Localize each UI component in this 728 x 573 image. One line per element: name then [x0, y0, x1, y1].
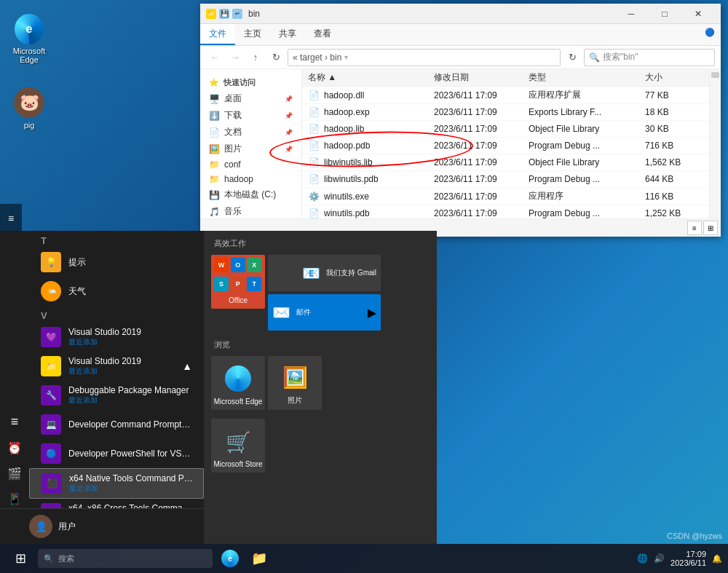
taskbar-search-text: 搜索: [58, 553, 74, 564]
col-size[interactable]: 大小: [645, 71, 703, 84]
start-menu-right: 高效工作 W O X S P T Office: [204, 231, 437, 544]
tile-photos[interactable]: 🖼️ 照片: [268, 356, 322, 410]
tile-edge[interactable]: Microsoft Edge: [211, 356, 265, 410]
scroll-thumb[interactable]: [711, 72, 719, 78]
taskbar-sound-icon: 🔊: [654, 553, 665, 564]
gmail-mail-tiles: 📧 我们支持 Gmail ✉️ 邮件 ▶: [268, 255, 381, 331]
title-save-icon: 💾: [219, 9, 229, 19]
ribbon-tab-share[interactable]: 共享: [270, 24, 305, 45]
start-item-dpm[interactable]: 🔧 Debuggable Package Manager 最近添加: [29, 381, 204, 410]
taskbar: ⊞ 🔍 搜索 e 📁 🌐 🔊 17:09 2023/6/11 🔔: [0, 544, 728, 573]
office-skype-icon: S: [214, 277, 229, 291]
store-section: 🛒 Microsoft Store: [211, 419, 430, 473]
tile-mail[interactable]: ✉️ 邮件 ▶: [268, 294, 381, 331]
file-icon: 📄: [308, 123, 320, 135]
clock-app-icon[interactable]: ⏰: [7, 441, 22, 455]
browse-tiles: Microsoft Edge 🖼️ 照片: [211, 356, 430, 410]
tile-store[interactable]: 🛒 Microsoft Store: [211, 419, 265, 473]
browse-section: 浏览 Microsoft Edge 🖼️ 照片: [211, 339, 430, 410]
photos-icon: 🖼️: [282, 365, 308, 390]
user-area[interactable]: 👤 用户: [0, 508, 204, 544]
expand-icon[interactable]: ▲: [182, 360, 192, 372]
address-refresh-button[interactable]: ↻: [563, 49, 581, 66]
office-pp-icon: P: [231, 277, 245, 291]
sidebar-item-desktop[interactable]: 🖥️桌面📌: [200, 90, 301, 107]
tile-mail-label: 邮件: [296, 307, 311, 317]
help-icon[interactable]: 🔵: [699, 24, 721, 45]
taskbar-search-icon: 🔍: [44, 554, 54, 564]
left-icon-strip: ≡ ⏰ 🎬 📱: [0, 406, 29, 515]
scrollbar[interactable]: [709, 69, 721, 218]
maximize-button[interactable]: □: [648, 4, 681, 24]
username: 用户: [58, 521, 76, 533]
file-row[interactable]: 📄hadoop.exp 2023/6/11 17:09 Exports Libr…: [302, 104, 709, 121]
tips-icon: 💡: [41, 252, 61, 272]
up-button[interactable]: ↑: [247, 49, 264, 66]
start-item-devps[interactable]: 🔵 Developer PowerShell for VS 2019: [29, 439, 204, 468]
file-row[interactable]: 📄hadoop.lib 2023/6/11 17:09 Object File …: [302, 121, 709, 138]
ribbon-tab-home[interactable]: 主页: [235, 24, 270, 45]
col-type[interactable]: 类型: [529, 71, 645, 84]
taskbar-edge-icon: e: [221, 550, 239, 567]
notification-icon[interactable]: 🔔: [712, 554, 722, 564]
view-grid-button[interactable]: ⊞: [703, 221, 718, 235]
phone-app-icon[interactable]: 📱: [7, 492, 22, 506]
taskbar-edge[interactable]: e: [218, 547, 242, 570]
forward-button[interactable]: →: [226, 49, 244, 66]
ribbon-tab-file[interactable]: 文件: [200, 24, 235, 45]
file-row[interactable]: 📄hadoop.pdb 2023/6/11 17:09 Program Debu…: [302, 138, 709, 154]
search-bar[interactable]: 🔍 搜索"bin": [584, 49, 715, 66]
toolbar: ← → ↑ ↻ « target › bin ▾ ↻ 🔍 搜索"bin": [200, 46, 721, 69]
ribbon-tab-view[interactable]: 查看: [305, 24, 340, 45]
video-app-icon[interactable]: 🎬: [7, 467, 22, 481]
start-item-vs2019-2[interactable]: 📁 Visual Studio 2019 最近添加 ▲: [29, 352, 204, 381]
hamburger-icon[interactable]: ≡: [11, 414, 19, 430]
desktop-icon-edge[interactable]: e MicrosoftEdge: [4, 15, 55, 64]
file-list: 名称 ▲ 修改日期 类型 大小 📄hadoop.dll 2023/6/11 17…: [302, 69, 709, 218]
start-item-x64native[interactable]: ⬛ x64 Native Tools Command Pro... 最近添加: [29, 468, 204, 499]
tile-office[interactable]: W O X S P T Office: [211, 255, 265, 309]
content-area: ⭐快速访问 🖥️桌面📌 ⬇️下载📌 📄文档📌 🖼️图片📌 📁conf 📁hado…: [200, 69, 721, 218]
taskbar-explorer[interactable]: 📁: [248, 547, 271, 570]
file-row-libwinutils-pdb[interactable]: 📄libwinutils.pdb 2023/6/11 17:09 Program…: [302, 171, 709, 188]
sidebar-item-conf[interactable]: 📁conf: [200, 157, 301, 172]
file-row-libwinutils-lib[interactable]: 📄libwinutils.lib 2023/6/11 17:09 Object …: [302, 154, 709, 171]
sidebar-item-pictures[interactable]: 🖼️图片📌: [200, 141, 301, 157]
sidebar-item-localdisk[interactable]: 💾本地磁盘 (C:): [200, 186, 301, 203]
close-button[interactable]: ✕: [681, 4, 715, 24]
strip-menu-icon[interactable]: ≡: [2, 210, 20, 227]
col-name[interactable]: 名称 ▲: [308, 71, 434, 84]
start-item-devprompt[interactable]: 💻 Developer Command Prompt for...: [29, 410, 204, 439]
sidebar-item-hadoop[interactable]: 📁hadoop: [200, 172, 301, 186]
dpm-icon: 🔧: [41, 385, 61, 406]
address-bar[interactable]: « target › bin ▾: [288, 49, 561, 66]
start-item-weather[interactable]: 🌤️ 天气: [29, 277, 204, 306]
view-detail-button[interactable]: ≡: [687, 221, 702, 235]
minimize-button[interactable]: ─: [614, 4, 648, 24]
file-row-winutils-exe[interactable]: ⚙️winutils.exe 2023/6/11 17:09 应用程序 116 …: [302, 188, 709, 205]
tile-office-label: Office: [229, 296, 248, 304]
file-row-winutils-pdb[interactable]: 📄winutils.pdb 2023/6/11 17:09 Program De…: [302, 205, 709, 218]
desktop-icon-pig[interactable]: 🐷 pig: [4, 87, 55, 130]
back-button[interactable]: ←: [206, 49, 223, 66]
sidebar-item-music[interactable]: 🎵音乐: [200, 203, 301, 218]
sidebar-item-downloads[interactable]: ⬇️下载📌: [200, 107, 301, 124]
address-text: « target › bin: [293, 52, 341, 63]
start-item-tips[interactable]: 💡 提示: [29, 248, 204, 277]
search-placeholder: 搜索"bin": [603, 51, 638, 63]
vs-icon-2: 📁: [41, 356, 61, 376]
titlebar: 📁 💾 ↩ bin ─ □ ✕: [200, 4, 721, 24]
column-headers[interactable]: 名称 ▲ 修改日期 类型 大小: [302, 69, 709, 87]
file-row[interactable]: 📄hadoop.dll 2023/6/11 17:09 应用程序扩展 77 KB: [302, 87, 709, 104]
address-dropdown[interactable]: ▾: [344, 53, 348, 61]
col-date[interactable]: 修改日期: [434, 71, 529, 84]
taskbar-search[interactable]: 🔍 搜索: [38, 549, 213, 568]
taskbar-clock: 17:09 2023/6/11: [670, 550, 706, 567]
start-button[interactable]: ⊞: [6, 548, 35, 569]
sidebar-item-documents[interactable]: 📄文档📌: [200, 124, 301, 141]
start-item-vs2019-1[interactable]: 💜 Visual Studio 2019 最近添加: [29, 323, 204, 352]
edge-label: MicrosoftEdge: [13, 47, 46, 64]
refresh-button[interactable]: ↻: [267, 49, 285, 66]
start-item-x64x86[interactable]: ⬛ x64_x86 Cross Tools Command P... 最近添加: [29, 499, 204, 508]
tile-gmail[interactable]: 📧 我们支持 Gmail: [268, 255, 381, 291]
